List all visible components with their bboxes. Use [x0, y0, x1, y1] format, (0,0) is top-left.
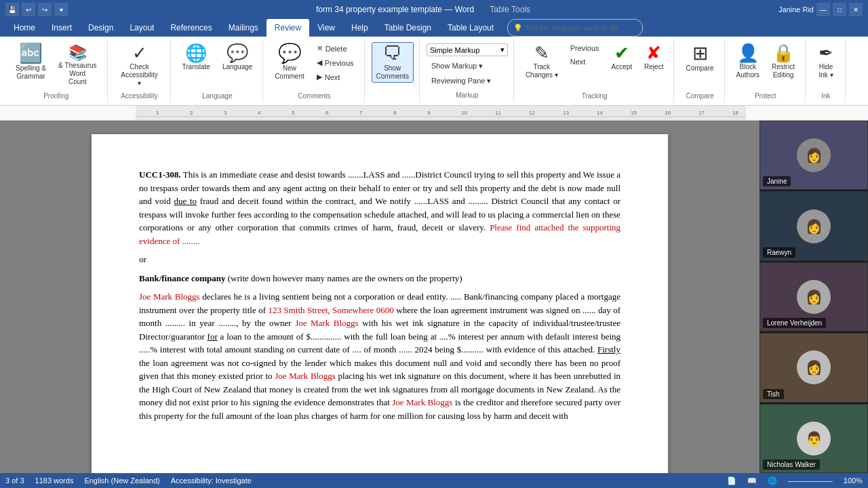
minimize-button[interactable]: — — [816, 3, 830, 16]
svg-text:9: 9 — [427, 110, 431, 116]
video-tile-lorene: 👩 Lorene Verheijden — [760, 262, 868, 331]
tab-insert[interactable]: Insert — [43, 19, 80, 37]
or-text: or — [139, 254, 146, 264]
hide-ink-icon: ✒ — [818, 44, 833, 62]
svg-text:13: 13 — [563, 110, 569, 116]
show-comments-button[interactable]: 🗨 ShowComments — [372, 42, 414, 83]
hide-ink-label: HideInk ▾ — [818, 63, 833, 79]
previous-track-button[interactable]: Previous — [566, 42, 604, 54]
track-changes-button[interactable]: ✎ TrackChanges ▾ — [521, 42, 563, 81]
accept-button[interactable]: ✔ Accept — [607, 42, 637, 73]
customize-qa-button[interactable]: ▾ — [54, 3, 68, 16]
redo-button[interactable]: ↪ — [38, 3, 52, 16]
view-mode-read[interactable]: 📖 — [747, 476, 757, 485]
language-items: 🌐 Translate 💬 Language — [178, 42, 258, 89]
svg-text:14: 14 — [597, 110, 603, 116]
tracking-group: ✎ TrackChanges ▾ Previous Next ✔ Accept … — [515, 39, 675, 102]
paragraph-or: or — [139, 253, 620, 266]
lightbulb-icon: 💡 — [513, 24, 523, 33]
svg-text:16: 16 — [665, 110, 671, 116]
document-area[interactable]: UCC1-308. This is an immediate cease and… — [0, 121, 760, 473]
new-comment-button[interactable]: 💬 NewComment — [270, 42, 309, 83]
hide-ink-button[interactable]: ✒ HideInk ▾ — [812, 42, 840, 81]
language-icon: 💬 — [226, 44, 248, 62]
quick-access-toolbar: 💾 ↩ ↪ ▾ — [5, 3, 68, 16]
reject-button[interactable]: ✘ Reject — [639, 42, 668, 73]
svg-text:4: 4 — [258, 110, 261, 116]
tab-review[interactable]: Review — [267, 19, 309, 37]
tab-table-layout[interactable]: Table Layout — [439, 19, 502, 37]
next-track-button[interactable]: Next — [566, 56, 604, 68]
ink-group-label: Ink — [821, 92, 830, 100]
tell-me-bar[interactable]: 💡 Tell me what you want to do — [507, 19, 643, 37]
nicholas-name-tag: Nicholas Walker — [763, 460, 820, 470]
track-changes-label: TrackChanges ▾ — [526, 63, 558, 79]
maximize-button[interactable]: □ — [833, 3, 846, 16]
paragraph-ucc: UCC1-308. This is an immediate cease and… — [139, 168, 620, 247]
spelling-grammar-button[interactable]: 🔤 Spelling &Grammar — [11, 42, 51, 83]
previous-comment-button[interactable]: ◀ Previous — [312, 56, 359, 69]
ruler-inner: // Ruler ticks would go here 1 2 3 4 5 6… — [136, 106, 746, 120]
tab-home[interactable]: Home — [5, 19, 43, 37]
bank-text: (write down however many names are the o… — [228, 273, 462, 283]
document-title: form 34 property example template — Word… — [68, 5, 778, 14]
address-red: 123 Smith Street, Somewhere 0600 — [268, 305, 393, 315]
firstly-underline: Firstly — [597, 344, 620, 354]
tab-layout[interactable]: Layout — [121, 19, 162, 37]
document-page[interactable]: UCC1-308. This is an immediate cease and… — [92, 134, 668, 473]
table-tools-label: Table Tools — [490, 5, 530, 14]
compare-button[interactable]: ⊞ Compare — [681, 42, 718, 75]
show-comments-items: 🗨 ShowComments — [372, 42, 414, 97]
protect-items: 👤 BlockAuthors 🔒 RestrictEditing — [732, 42, 800, 89]
svg-text:6: 6 — [326, 110, 329, 116]
user-name: Janine Rid — [778, 5, 814, 14]
reviewing-pane-button[interactable]: Reviewing Pane ▾ — [427, 75, 508, 87]
next-comment-button[interactable]: ▶ Next — [312, 70, 359, 83]
tab-design[interactable]: Design — [80, 19, 121, 37]
close-button[interactable]: ✕ — [849, 3, 863, 16]
tab-table-design[interactable]: Table Design — [376, 19, 439, 37]
previous-track-label: Previous — [570, 44, 599, 52]
block-authors-button[interactable]: 👤 BlockAuthors — [732, 42, 764, 81]
main-content: UCC1-308. This is an immediate cease and… — [0, 121, 868, 473]
spelling-icon: 🔤 — [19, 44, 43, 63]
nicholas-avatar: 👨 — [797, 422, 831, 455]
undo-button[interactable]: ↩ — [22, 3, 35, 16]
word-count-status: 1183 words — [35, 476, 74, 485]
janine-avatar: 👩 — [797, 138, 831, 172]
restrict-editing-button[interactable]: 🔒 RestrictEditing — [767, 42, 800, 81]
tab-mailings[interactable]: Mailings — [220, 19, 267, 37]
check-accessibility-button[interactable]: ✓ CheckAccessibility ▾ — [115, 42, 165, 89]
comments-items: 💬 NewComment ✕ Delete ◀ Previous ▶ Next — [270, 42, 358, 89]
save-button[interactable]: 💾 — [5, 3, 19, 16]
bank-bold: Bank/finance company — [139, 273, 226, 283]
show-markup-button[interactable]: Show Markup ▾ — [427, 60, 508, 73]
thesaurus-button[interactable]: 📚 & Thesaurus WordCount — [54, 42, 102, 88]
markup-dropdown[interactable]: Simple Markup ▾ — [427, 43, 508, 56]
proofing-items: 🔤 Spelling &Grammar 📚 & Thesaurus WordCo… — [11, 42, 102, 89]
svg-text:2: 2 — [190, 110, 193, 116]
thesaurus-label: & Thesaurus — [58, 62, 97, 70]
tab-references[interactable]: References — [162, 19, 220, 37]
zoom-slider[interactable]: —————— — [788, 476, 833, 485]
raewyn-avatar: 👩 — [797, 209, 831, 243]
word-count-label: WordCount — [68, 70, 87, 86]
due-to-underline: due to — [174, 196, 197, 206]
view-mode-print[interactable]: 📄 — [727, 476, 736, 485]
translate-icon: 🌐 — [185, 44, 207, 62]
language-button[interactable]: 💬 Language — [218, 42, 258, 73]
svg-text:12: 12 — [529, 110, 535, 116]
markup-group-label: Markup — [456, 92, 478, 99]
check-accessibility-label: CheckAccessibility ▾ — [119, 63, 160, 87]
ribbon-tabs: Home Insert Design Layout References Mai… — [0, 19, 868, 37]
translate-button[interactable]: 🌐 Translate — [178, 42, 215, 73]
block-authors-icon: 👤 — [737, 44, 759, 62]
compare-label: Compare — [686, 64, 713, 73]
protect-group-label: Protect — [755, 92, 776, 100]
tab-view[interactable]: View — [309, 19, 343, 37]
view-mode-web[interactable]: 🌐 — [768, 476, 777, 485]
svg-text:5: 5 — [292, 110, 295, 116]
delete-comment-button[interactable]: ✕ Delete — [312, 42, 359, 55]
tab-help[interactable]: Help — [343, 19, 376, 37]
joe4-red: Joe Mark Bloggs — [392, 397, 452, 407]
